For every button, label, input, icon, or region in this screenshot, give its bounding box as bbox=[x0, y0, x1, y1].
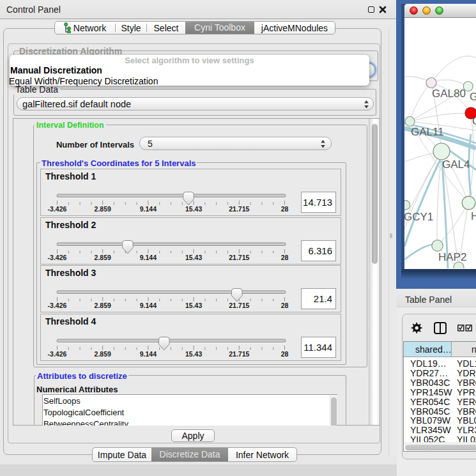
svg-text:15.43: 15.43 bbox=[185, 205, 202, 213]
svg-text:-3.426: -3.426 bbox=[48, 254, 67, 261]
svg-text:GA: GA bbox=[470, 91, 476, 103]
svg-text:GAL4: GAL4 bbox=[442, 158, 470, 171]
svg-text:C: C bbox=[472, 115, 476, 127]
svg-text:15.43: 15.43 bbox=[185, 350, 202, 358]
svg-text:2.859: 2.859 bbox=[95, 350, 111, 358]
svg-text:HAP2: HAP2 bbox=[438, 251, 466, 263]
svg-text:GAL11: GAL11 bbox=[411, 126, 444, 138]
svg-text:GCY1: GCY1 bbox=[404, 211, 433, 223]
svg-text:GAL80: GAL80 bbox=[432, 88, 466, 100]
svg-text:9.144: 9.144 bbox=[140, 302, 157, 309]
svg-text:28: 28 bbox=[281, 350, 289, 358]
svg-text:21.715: 21.715 bbox=[229, 302, 249, 309]
svg-text:9.144: 9.144 bbox=[140, 254, 157, 261]
svg-text:2.859: 2.859 bbox=[95, 254, 111, 261]
svg-text:H: H bbox=[471, 210, 476, 222]
svg-text:15.43: 15.43 bbox=[185, 254, 202, 261]
svg-text:-3.426: -3.426 bbox=[48, 205, 67, 213]
svg-text:21.715: 21.715 bbox=[229, 254, 249, 261]
svg-text:9.144: 9.144 bbox=[140, 205, 157, 213]
svg-text:9.144: 9.144 bbox=[140, 350, 157, 358]
svg-text:2.859: 2.859 bbox=[95, 302, 111, 309]
svg-text:28: 28 bbox=[281, 302, 289, 309]
svg-text:21.715: 21.715 bbox=[229, 350, 249, 358]
svg-text:2.859: 2.859 bbox=[95, 205, 111, 213]
svg-text:-3.426: -3.426 bbox=[48, 302, 67, 309]
svg-text:-3.426: -3.426 bbox=[48, 350, 67, 358]
svg-text:21.715: 21.715 bbox=[229, 205, 249, 213]
svg-text:15.43: 15.43 bbox=[185, 302, 202, 309]
svg-text:28: 28 bbox=[281, 205, 289, 213]
svg-text:28: 28 bbox=[281, 254, 289, 261]
